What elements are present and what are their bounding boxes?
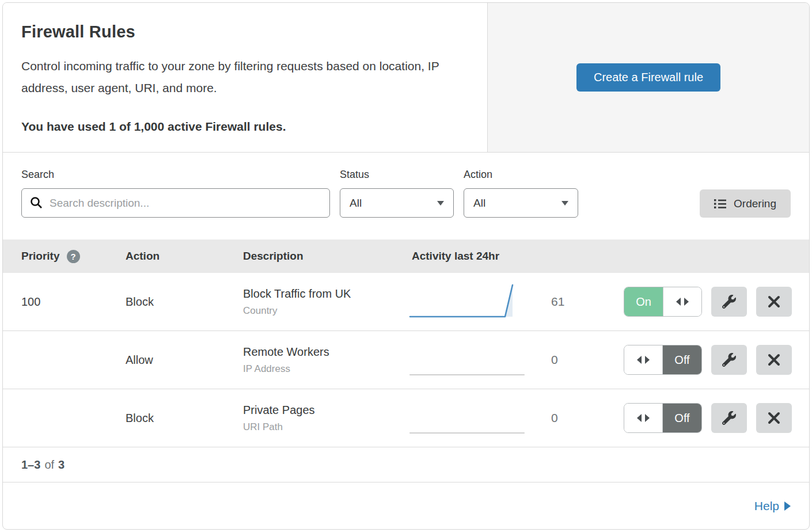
- page-title: Firewall Rules: [21, 22, 464, 41]
- table-header-row: Priority ? Action Description Activity l…: [3, 240, 809, 273]
- firewall-rules-card: Firewall Rules Control incoming traffic …: [2, 2, 810, 530]
- search-icon: [29, 196, 43, 210]
- column-priority-label: Priority: [21, 250, 60, 263]
- rule-match-type: Country: [243, 305, 406, 317]
- rule-enable-toggle[interactable]: Off: [624, 403, 702, 433]
- column-activity: Activity last 24hr: [406, 250, 538, 263]
- edit-rule-button[interactable]: [711, 345, 747, 375]
- toggle-state-label: On: [624, 287, 663, 316]
- activity-sparkline: [406, 397, 538, 439]
- rule-description-title: Remote Workers: [243, 345, 406, 359]
- rule-priority: 100: [3, 295, 126, 309]
- toggle-knob: [663, 287, 701, 316]
- help-link-label: Help: [754, 499, 779, 513]
- filter-bar: Search Status All Action All: [3, 153, 809, 240]
- toggle-state-label: Off: [663, 345, 701, 374]
- edit-rule-button[interactable]: [711, 287, 747, 317]
- rule-description: Private Pages URI Path: [243, 404, 406, 433]
- activity-sparkline: [406, 281, 538, 322]
- question-mark-icon[interactable]: ?: [67, 250, 80, 263]
- activity-count: 0: [551, 353, 587, 367]
- status-group: Status All: [340, 169, 454, 218]
- wrench-icon: [722, 411, 736, 425]
- table-row: 100 Block Block Traffic from UK Country …: [3, 273, 809, 331]
- toggle-state-label: Off: [663, 404, 701, 432]
- toggle-knob: [624, 404, 663, 432]
- row-controls: Off: [624, 345, 809, 375]
- help-link[interactable]: Help: [754, 499, 791, 513]
- delete-rule-button[interactable]: [756, 345, 792, 375]
- table-row: Allow Remote Workers IP Address 0 Off: [3, 331, 809, 389]
- search-input[interactable]: [21, 188, 330, 218]
- rule-description-title: Block Traffic from UK: [243, 287, 406, 301]
- action-select[interactable]: All: [464, 188, 578, 218]
- status-selected-value: All: [350, 197, 362, 210]
- list-ordering-icon: [714, 199, 727, 209]
- rule-match-type: IP Address: [243, 363, 406, 375]
- usage-note: You have used 1 of 1,000 active Firewall…: [21, 120, 464, 134]
- column-priority: Priority ?: [3, 250, 126, 263]
- pagination-of-label: of: [44, 458, 54, 472]
- pagination-total: 3: [58, 458, 64, 472]
- arrow-right-icon: [645, 356, 650, 364]
- arrow-left-icon: [676, 298, 681, 306]
- chevron-down-icon: [437, 201, 444, 206]
- activity-sparkline: [406, 339, 538, 381]
- action-group: Action All: [464, 169, 578, 218]
- search-label: Search: [21, 169, 330, 181]
- action-selected-value: All: [473, 197, 485, 210]
- page-description: Control incoming traffic to your zone by…: [21, 55, 464, 99]
- wrench-icon: [722, 295, 736, 309]
- edit-rule-button[interactable]: [711, 403, 747, 433]
- rule-enable-toggle[interactable]: On: [624, 287, 702, 317]
- delete-rule-button[interactable]: [756, 403, 792, 433]
- wrench-icon: [722, 353, 736, 367]
- status-select[interactable]: All: [340, 188, 454, 218]
- search-group: Search: [21, 169, 330, 218]
- rule-action: Allow: [126, 354, 243, 367]
- x-icon: [768, 354, 780, 366]
- rule-action: Block: [126, 412, 243, 425]
- arrow-right-icon: [645, 414, 650, 422]
- toggle-knob: [624, 345, 663, 374]
- footer-bar: Help: [3, 482, 809, 529]
- arrow-left-icon: [637, 414, 642, 422]
- status-label: Status: [340, 169, 454, 181]
- x-icon: [768, 295, 780, 308]
- search-input-wrap: [21, 188, 330, 218]
- pagination-range: 1–3: [21, 458, 40, 472]
- x-icon: [768, 412, 780, 424]
- delete-rule-button[interactable]: [756, 287, 792, 317]
- rule-match-type: URI Path: [243, 421, 406, 433]
- arrow-right-icon: [784, 501, 791, 511]
- header-text-panel: Firewall Rules Control incoming traffic …: [3, 3, 487, 152]
- table-row: Block Private Pages URI Path 0 Off: [3, 389, 809, 447]
- column-description: Description: [243, 250, 406, 263]
- pagination-bar: 1–3 of 3: [3, 447, 809, 482]
- row-controls: On: [624, 287, 809, 317]
- rule-description: Remote Workers IP Address: [243, 345, 406, 375]
- create-firewall-rule-button[interactable]: Create a Firewall rule: [576, 63, 720, 92]
- header-section: Firewall Rules Control incoming traffic …: [3, 3, 809, 153]
- header-action-panel: Create a Firewall rule: [487, 3, 809, 152]
- rule-description-title: Private Pages: [243, 404, 406, 417]
- action-label: Action: [464, 169, 578, 181]
- arrow-left-icon: [637, 356, 642, 364]
- column-action: Action: [126, 250, 243, 263]
- activity-count: 61: [551, 295, 587, 309]
- rule-action: Block: [126, 295, 243, 309]
- arrow-right-icon: [684, 298, 689, 306]
- activity-count: 0: [551, 411, 587, 425]
- rule-enable-toggle[interactable]: Off: [624, 345, 702, 375]
- ordering-button-label: Ordering: [734, 197, 776, 210]
- row-controls: Off: [624, 403, 809, 433]
- rule-description: Block Traffic from UK Country: [243, 287, 406, 317]
- chevron-down-icon: [561, 201, 568, 206]
- ordering-button[interactable]: Ordering: [700, 189, 791, 218]
